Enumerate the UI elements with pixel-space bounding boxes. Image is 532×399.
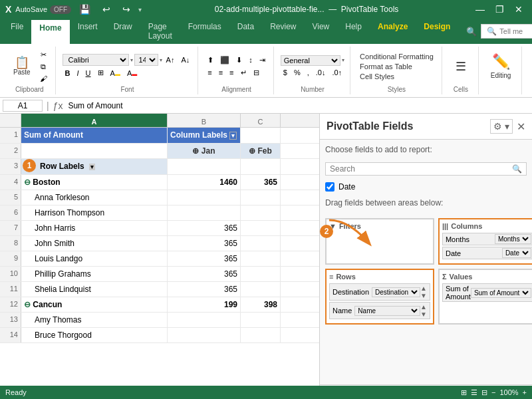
tab-insert[interactable]: Insert (70, 19, 106, 44)
cell-c11[interactable] (241, 282, 281, 297)
pivot-area-rows-item-destination[interactable]: Destination Destination ▲ ▼ (329, 283, 430, 301)
tab-pagelayout[interactable]: Page Layout (140, 19, 180, 44)
tab-view[interactable]: View (304, 19, 337, 44)
text-direction-btn[interactable]: ↕ (246, 55, 255, 65)
cell-c12[interactable]: 398 (241, 297, 281, 312)
cell-b6[interactable] (168, 205, 241, 220)
autosave-toggle[interactable]: OFF (50, 5, 71, 14)
view-normal-btn[interactable]: ⊞ (461, 388, 467, 397)
align-left-btn[interactable]: ≡ (205, 67, 214, 78)
cell-a6[interactable]: Harrison Thompson (21, 205, 168, 220)
wrap-text-btn[interactable]: ↵ (238, 67, 249, 78)
zoom-in-btn[interactable]: + (523, 388, 527, 396)
cell-b8[interactable]: 365 (168, 236, 241, 251)
copy-button[interactable]: ⧉ (37, 61, 50, 72)
cell-a13[interactable]: Amy Thomas (21, 313, 168, 327)
cell-a7[interactable]: John Harris (21, 221, 168, 235)
sum-dropdown[interactable]: Sum of Amount (471, 288, 531, 298)
italic-button[interactable]: I (74, 68, 82, 78)
cell-a4[interactable]: ⊖ Boston (21, 175, 168, 190)
align-center-btn[interactable]: ≡ (216, 67, 225, 78)
cell-b7[interactable]: 365 (168, 221, 241, 235)
font-family-select[interactable]: Calibri (63, 54, 129, 66)
months-dropdown[interactable]: Months (495, 234, 531, 244)
tab-design[interactable]: Design (416, 19, 458, 44)
cell-reference-input[interactable] (3, 100, 43, 112)
tab-help[interactable]: Help (337, 19, 370, 44)
zoom-out-btn[interactable]: − (491, 388, 495, 396)
cell-b11[interactable]: 365 (168, 282, 241, 297)
cell-a8[interactable]: John Smith (21, 236, 168, 251)
name-up-arrow[interactable]: ▲ (420, 303, 427, 311)
cell-c7[interactable] (241, 221, 281, 235)
percent-btn[interactable]: % (291, 67, 303, 78)
cell-c1[interactable] (241, 128, 281, 143)
font-color-button[interactable]: A▬ (124, 68, 140, 78)
restore-button[interactable]: ❐ (491, 3, 508, 16)
cell-b9[interactable]: 365 (168, 251, 241, 266)
cell-c6[interactable] (241, 205, 281, 220)
cells-btn[interactable]: ☰ (449, 59, 473, 74)
indent-btn[interactable]: ⇥ (257, 55, 268, 66)
align-right-btn[interactable]: ≡ (227, 67, 236, 78)
months-arrows[interactable]: Months (495, 234, 531, 244)
bold-button[interactable]: B (63, 68, 73, 78)
tab-analyze[interactable]: Analyze (370, 19, 416, 44)
comma-btn[interactable]: , (305, 67, 312, 78)
fill-color-button[interactable]: A▬ (108, 68, 123, 78)
cell-a14[interactable]: Bruce Thorgood (21, 328, 168, 342)
conditional-formatting-btn[interactable]: Conditional Formatting (357, 52, 436, 61)
tab-formulas[interactable]: Formulas (180, 19, 229, 44)
view-layout-btn[interactable]: ☰ (471, 388, 477, 397)
align-top-btn[interactable]: ⬆ (205, 55, 216, 66)
pivot-area-columns-item-months[interactable]: Months Months (442, 233, 532, 245)
function-icon[interactable]: ƒx (53, 100, 63, 111)
save-button[interactable]: 💾 (75, 3, 94, 16)
cell-b12[interactable]: 199 (168, 297, 241, 312)
cell-b5[interactable] (168, 190, 241, 205)
pivot-settings-btn[interactable]: ⚙ ▾ (490, 119, 513, 134)
cell-a12[interactable]: ⊖ Cancun (21, 297, 168, 312)
border-button[interactable]: ⊞ (95, 67, 106, 78)
tell-me-input[interactable] (499, 27, 532, 35)
date-dropdown[interactable]: Date (502, 248, 531, 258)
cell-a1[interactable]: Sum of Amount (21, 128, 168, 143)
paste-button[interactable]: 📋 Paste (9, 55, 35, 78)
cell-b13[interactable] (168, 313, 241, 327)
pivot-area-values-item-sum[interactable]: Sum of Amount Sum of Amount (442, 283, 532, 302)
format-as-table-btn[interactable]: Format as Table (357, 62, 436, 71)
underline-button[interactable]: U (83, 68, 94, 78)
cell-a3[interactable]: 1 Row Labels ▾ (21, 159, 168, 174)
pivot-search-box[interactable]: 🔍 (325, 162, 527, 176)
merge-btn[interactable]: ⊟ (251, 67, 262, 78)
cell-b3[interactable] (168, 159, 241, 174)
cell-b2[interactable]: ⊕ Jan (168, 144, 241, 158)
cell-a9[interactable]: Louis Landgo (21, 251, 168, 266)
name-scroll-arrows[interactable]: ▲ ▼ (420, 303, 427, 318)
pivot-area-rows-item-name[interactable]: Name Name ▲ ▼ (329, 302, 430, 319)
cut-button[interactable]: ✂ (37, 49, 50, 61)
close-button[interactable]: ✕ (511, 3, 527, 16)
cell-c8[interactable] (241, 236, 281, 251)
cell-a10[interactable]: Phillip Grahams (21, 267, 168, 281)
cell-b1[interactable]: Column Labels ▾ (168, 128, 241, 143)
tab-draw[interactable]: Draw (106, 19, 140, 44)
currency-btn[interactable]: $ (281, 67, 290, 78)
date-arrows[interactable]: Date (502, 248, 531, 258)
autosave-control[interactable]: AutoSave OFF (15, 5, 71, 14)
pivot-search-input[interactable] (330, 164, 509, 174)
cell-c14[interactable] (241, 328, 281, 342)
format-painter-button[interactable]: 🖌 (37, 73, 50, 84)
minimize-button[interactable]: — (471, 3, 489, 16)
pivot-area-columns-item-date[interactable]: Date Date (442, 247, 532, 259)
destination-scroll-arrows[interactable]: ▲ ▼ (420, 285, 427, 299)
pivot-close-btn[interactable]: ✕ (517, 119, 525, 134)
cell-b4[interactable]: 1460 (168, 175, 241, 190)
cell-c5[interactable] (241, 190, 281, 205)
cell-c10[interactable] (241, 267, 281, 281)
cell-a5[interactable]: Anna Torkleson (21, 190, 168, 205)
cell-a2[interactable] (21, 144, 168, 158)
destination-down-arrow[interactable]: ▼ (420, 292, 427, 299)
view-page-btn[interactable]: ⊟ (481, 388, 487, 397)
tab-review[interactable]: Review (262, 19, 304, 44)
